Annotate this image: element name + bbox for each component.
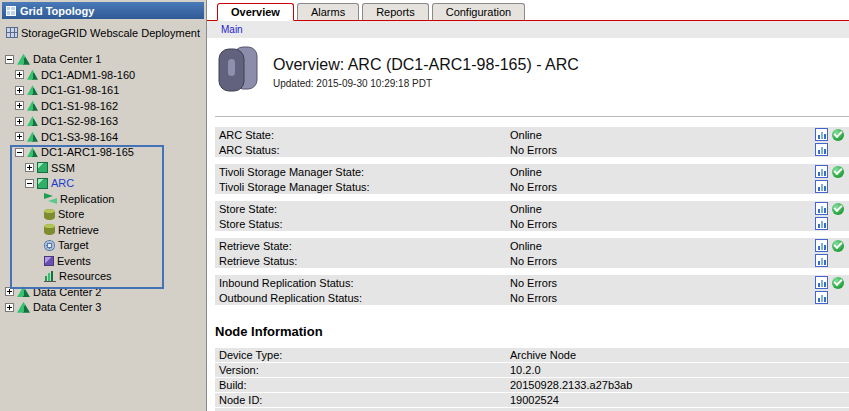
node-icon bbox=[27, 85, 38, 95]
expander-icon[interactable] bbox=[15, 117, 24, 126]
page-title: Overview: ARC (DC1-ARC1-98-165) - ARC bbox=[273, 56, 579, 74]
tree-item-dc1-s1-98-162[interactable]: DC1-S1-98-162 bbox=[0, 98, 206, 114]
node-information-heading: Node Information bbox=[215, 324, 849, 339]
tree-item-label: Data Center 2 bbox=[33, 286, 101, 298]
status-ok-icon bbox=[832, 203, 844, 215]
status-row: Tivoli Storage Manager Status: No Errors bbox=[215, 179, 849, 194]
status-row: ARC State: Online bbox=[215, 127, 849, 142]
status-pair: ARC State: Online ARC Status: No Errors bbox=[215, 127, 849, 157]
expander-icon[interactable] bbox=[15, 148, 24, 157]
tree-item-events[interactable]: Events bbox=[0, 253, 206, 269]
replication-icon bbox=[44, 193, 57, 204]
tree-item-label: DC1-G1-98-161 bbox=[41, 84, 119, 96]
tree-item-dc1-arc1-98-165[interactable]: DC1-ARC1-98-165 bbox=[0, 145, 206, 161]
attribute-label: Tivoli Storage Manager Status: bbox=[219, 181, 510, 193]
chart-icon[interactable] bbox=[815, 180, 828, 193]
row-actions bbox=[815, 180, 847, 193]
tree-item-data-center-1[interactable]: Data Center 1 bbox=[0, 52, 206, 68]
data-center-icon bbox=[17, 302, 30, 313]
tree-item-store[interactable]: Store bbox=[0, 207, 206, 223]
attribute-value: No Errors bbox=[510, 277, 815, 289]
chart-icon[interactable] bbox=[815, 254, 828, 267]
tree-item-label: Resources bbox=[59, 270, 112, 282]
info-row: Version: 10.2.0 bbox=[215, 363, 849, 378]
expander-icon[interactable] bbox=[5, 287, 14, 296]
tree-item-label: DC1-S3-98-164 bbox=[41, 131, 118, 143]
attribute-value: No Errors bbox=[510, 144, 815, 156]
expander-icon[interactable] bbox=[15, 101, 24, 110]
tree-item-label: DC1-S1-98-162 bbox=[41, 100, 118, 112]
chart-icon[interactable] bbox=[815, 291, 828, 304]
chart-icon[interactable] bbox=[815, 128, 828, 141]
info-row: Device Type: Archive Node bbox=[215, 348, 849, 363]
archive-node-icon bbox=[217, 46, 259, 96]
divider bbox=[215, 116, 849, 117]
breadcrumb-main-link[interactable]: Main bbox=[221, 24, 243, 35]
sidebar-header-label: Grid Topology bbox=[20, 5, 94, 17]
status-row: Inbound Replication Status: No Errors bbox=[215, 275, 849, 290]
tree-item-label: StorageGRID Webscale Deployment bbox=[21, 27, 200, 39]
grid-topology-icon bbox=[6, 6, 16, 16]
tree-item-ssm[interactable]: SSM bbox=[0, 160, 206, 176]
tree-item-label: Target bbox=[58, 239, 89, 251]
tree-item-label: Data Center 1 bbox=[33, 53, 101, 65]
store-icon bbox=[44, 209, 55, 220]
status-pair: Tivoli Storage Manager State: Online Tiv… bbox=[215, 164, 849, 194]
grid-topology-panel: Grid Topology StorageGRID Webscale Deplo… bbox=[0, 0, 207, 411]
node-icon bbox=[27, 101, 38, 111]
tree-item-dc1-s2-98-163[interactable]: DC1-S2-98-163 bbox=[0, 114, 206, 130]
tree-item-target[interactable]: Target bbox=[0, 238, 206, 254]
tree-item-label: Events bbox=[57, 255, 91, 267]
tree-item-label: Retrieve bbox=[58, 224, 99, 236]
expander-icon[interactable] bbox=[15, 70, 24, 79]
tree-item-dc1-adm1-98-160[interactable]: DC1-ADM1-98-160 bbox=[0, 67, 206, 83]
tab-bar: Overview Alarms Reports Configuration bbox=[207, 0, 849, 21]
chart-icon[interactable] bbox=[815, 217, 828, 230]
row-actions bbox=[815, 128, 847, 141]
tree-item-label: Replication bbox=[60, 193, 114, 205]
tree-item-resources[interactable]: Resources bbox=[0, 269, 206, 285]
tree-item-replication[interactable]: Replication bbox=[0, 191, 206, 207]
expander-icon[interactable] bbox=[15, 86, 24, 95]
row-actions bbox=[815, 202, 847, 215]
tree-item-data-center-2[interactable]: Data Center 2 bbox=[0, 284, 206, 300]
tree-item-data-center-3[interactable]: Data Center 3 bbox=[0, 300, 206, 316]
tree-item-arc[interactable]: ARC bbox=[0, 176, 206, 192]
info-value: 10.2.0 bbox=[510, 364, 847, 376]
tree-item-label: ARC bbox=[51, 177, 74, 189]
chart-icon[interactable] bbox=[815, 239, 828, 252]
expander-icon[interactable] bbox=[5, 303, 14, 312]
expander-icon[interactable] bbox=[25, 179, 34, 188]
ssm-icon bbox=[37, 162, 48, 173]
attribute-label: ARC State: bbox=[219, 129, 510, 141]
tab-alarms[interactable]: Alarms bbox=[297, 3, 359, 20]
tab-overview[interactable]: Overview bbox=[217, 3, 294, 21]
chart-icon[interactable] bbox=[815, 165, 828, 178]
status-ok-icon bbox=[832, 240, 844, 252]
tab-configuration[interactable]: Configuration bbox=[432, 3, 525, 20]
status-row: Tivoli Storage Manager State: Online bbox=[215, 164, 849, 179]
tree-item-retrieve[interactable]: Retrieve bbox=[0, 222, 206, 238]
chart-icon[interactable] bbox=[815, 202, 828, 215]
row-actions bbox=[815, 239, 847, 252]
data-center-icon bbox=[17, 54, 30, 65]
node-information-table: Device Type: Archive Node Version: 10.2.… bbox=[215, 348, 849, 411]
attribute-label: Tivoli Storage Manager State: bbox=[219, 166, 510, 178]
tree-item-dc1-g1-98-161[interactable]: DC1-G1-98-161 bbox=[0, 83, 206, 99]
expander-icon[interactable] bbox=[25, 163, 34, 172]
events-icon bbox=[44, 256, 54, 266]
chart-icon[interactable] bbox=[815, 276, 828, 289]
tab-reports[interactable]: Reports bbox=[362, 3, 429, 20]
attribute-label: ARC Status: bbox=[219, 144, 510, 156]
info-row: Build: 20150928.2133.a27b3ab bbox=[215, 378, 849, 393]
chart-icon[interactable] bbox=[815, 143, 828, 156]
expander-icon[interactable] bbox=[15, 132, 24, 141]
tree-item-dc1-s3-98-164[interactable]: DC1-S3-98-164 bbox=[0, 129, 206, 145]
expander-icon[interactable] bbox=[5, 55, 14, 64]
tree-item-deployment[interactable]: StorageGRID Webscale Deployment bbox=[0, 25, 206, 41]
topology-tree: StorageGRID Webscale Deployment Data Cen… bbox=[0, 19, 206, 315]
info-label: Build: bbox=[219, 379, 510, 391]
node-icon bbox=[27, 116, 38, 126]
status-pair: Inbound Replication Status: No Errors Ou… bbox=[215, 275, 849, 305]
info-value: 20150928.2133.a27b3ab bbox=[510, 379, 847, 391]
